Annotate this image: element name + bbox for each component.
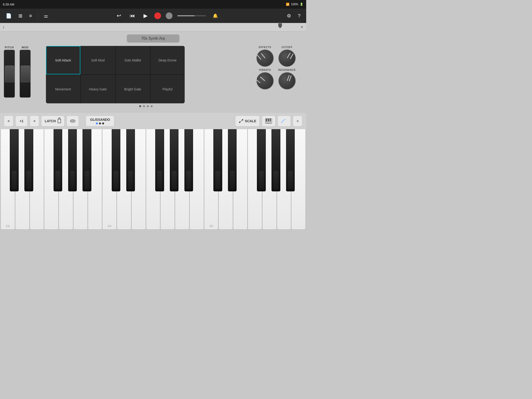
scale-label: SCALE (245, 119, 256, 123)
svg-rect-14 (270, 119, 271, 121)
latch-label: LATCH (45, 119, 56, 123)
scale-button[interactable]: SCALE (235, 115, 260, 127)
play-button[interactable]: ▶ (142, 12, 150, 20)
black-key-2-5[interactable] (286, 129, 295, 191)
keyboard-settings-button[interactable]: ≡ (293, 115, 302, 127)
preset-cell-bright-gate[interactable]: Bright Gate (115, 75, 150, 103)
preset-cell-solo-mallet[interactable]: Solo Mallet (115, 46, 150, 74)
add-track-button[interactable]: + (300, 24, 303, 30)
black-key-0-3[interactable] (54, 129, 62, 191)
pitch-slider[interactable] (4, 50, 15, 98)
preset-cell-soft-mod[interactable]: Soft Mod (81, 46, 115, 74)
cutoff-needle (287, 53, 291, 58)
vibrato-needle (260, 76, 265, 81)
mod-slider[interactable] (20, 50, 31, 98)
black-key-2-1[interactable] (228, 129, 237, 191)
black-key-1-3[interactable] (155, 129, 164, 191)
toolbar: 📄 ⊞ ≡ ⚌ ↩ ⏮ ▶ 🔔 ⚙ ? (0, 9, 306, 23)
pitch-mod-area: PITCH MOD (4, 46, 42, 98)
keyboard-controls: < +1 > LATCH GLISSANDO (0, 113, 306, 129)
knob-row-bottom: VIBRATO RESONANCE (256, 69, 296, 89)
octave-display[interactable]: +1 (15, 115, 28, 127)
instrument-name-button[interactable]: 70s Synth Arp (127, 34, 179, 43)
black-key-1-1[interactable] (126, 129, 135, 191)
black-key-2-4[interactable] (272, 129, 280, 191)
resonance-knob[interactable] (279, 72, 296, 89)
knob-row-top: EFFECTS CUTOFF (256, 46, 296, 67)
volume-slider[interactable] (177, 15, 206, 16)
black-key-0-0[interactable] (10, 129, 19, 191)
black-key-0-1[interactable] (24, 129, 33, 191)
preset-cell-soft-attack[interactable]: Soft Attack (46, 46, 80, 74)
mod-thumb[interactable] (21, 66, 30, 82)
effects-needle (261, 53, 265, 58)
next-octave-button[interactable]: > (30, 115, 39, 127)
preset-cell-movement[interactable]: Movement (46, 75, 80, 103)
svg-rect-13 (268, 119, 269, 121)
preset-cell-playful[interactable]: Playful (151, 75, 185, 103)
preset-dot-1[interactable] (143, 105, 145, 107)
instrument-name-container: 70s Synth Arp (127, 34, 179, 43)
settings-icon[interactable]: ⚙ (285, 12, 293, 20)
black-key-2-3[interactable] (257, 129, 266, 191)
document-icon[interactable]: 📄 (4, 12, 14, 20)
mod-label: MOD (22, 46, 29, 49)
chord-icon (70, 119, 75, 123)
glissando-label: GLISSANDO (90, 118, 110, 121)
cutoff-knob-group: CUTOFF (279, 46, 296, 67)
list-view-icon[interactable]: ≡ (27, 12, 34, 20)
latch-button[interactable]: LATCH (41, 115, 65, 127)
metronome-icon[interactable]: 🔔 (211, 12, 220, 19)
black-key-2-0[interactable] (213, 129, 222, 191)
preset-dot-3[interactable] (151, 105, 153, 107)
effects-knob[interactable] (256, 50, 274, 67)
keyboard-view-button[interactable] (262, 115, 276, 127)
record-button[interactable] (154, 13, 161, 19)
knobs-panel: EFFECTS CUTOFF VIBRATO RESONANCE (250, 46, 302, 89)
wifi-icon: 📶 (286, 3, 289, 6)
glissando-dot-1 (96, 122, 98, 124)
black-key-0-4[interactable] (68, 129, 77, 191)
help-icon[interactable]: ? (296, 12, 302, 20)
timeline: 1 + (0, 23, 306, 32)
preset-cell-heavy-gate[interactable]: Heavy Gate (81, 75, 115, 103)
pitch-thumb[interactable] (5, 66, 14, 82)
resonance-knob-group: RESONANCE (279, 69, 296, 89)
time-display: 6:39 AM (3, 3, 14, 6)
arpeggio-button[interactable] (278, 115, 291, 127)
resonance-label: RESONANCE (279, 69, 296, 71)
prev-octave-button[interactable]: < (4, 115, 13, 127)
battery-icon: 🔋 (300, 3, 303, 6)
preset-grid: Soft AttackSoft ModSolo MalletDeep Drone… (46, 46, 185, 103)
svg-line-5 (240, 120, 243, 122)
resonance-needle (287, 75, 290, 81)
svg-point-1 (70, 120, 72, 122)
key-label-C3: C3 (6, 225, 9, 228)
undo-button[interactable]: ↩ (115, 12, 123, 20)
black-key-0-5[interactable] (82, 129, 91, 191)
playhead-marker[interactable] (278, 23, 282, 28)
toolbar-right: ⚙ ? (285, 12, 302, 20)
preset-cell-deep-drone[interactable]: Deep Drone (151, 46, 185, 74)
keyboard-section: < +1 > LATCH GLISSANDO (0, 113, 306, 230)
loop-button[interactable] (166, 13, 172, 19)
track-view-icon[interactable]: ⊞ (17, 12, 24, 20)
preset-dot-0[interactable] (139, 105, 141, 107)
black-key-1-0[interactable] (112, 129, 120, 191)
mod-slider-col: MOD (20, 46, 31, 98)
rewind-button[interactable]: ⏮ (128, 12, 137, 20)
preset-dot-2[interactable] (147, 105, 149, 107)
chord-button[interactable] (66, 115, 79, 127)
battery-display: 100% (291, 3, 298, 6)
glissando-dots (96, 122, 104, 124)
glissando-button[interactable]: GLISSANDO (86, 115, 114, 127)
key-label-C5: C5 (209, 225, 213, 228)
status-bar: 6:39 AM 📶 100% 🔋 (0, 0, 306, 9)
black-key-1-5[interactable] (184, 129, 193, 191)
cutoff-knob[interactable] (279, 50, 296, 67)
mixer-icon[interactable]: ⚌ (42, 12, 50, 20)
svg-marker-0 (279, 23, 282, 28)
vibrato-knob[interactable] (256, 72, 274, 89)
black-key-1-4[interactable] (170, 129, 178, 191)
effects-label: EFFECTS (259, 46, 272, 49)
